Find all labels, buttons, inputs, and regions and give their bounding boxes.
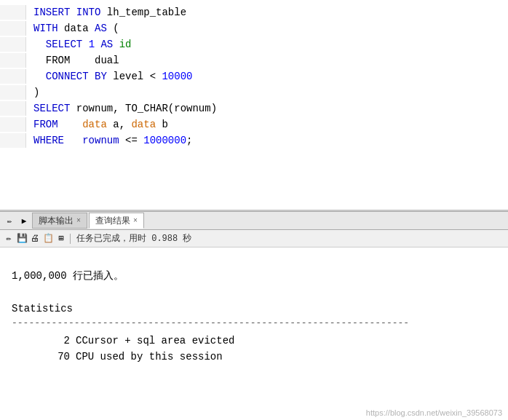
line-number xyxy=(0,101,26,116)
output-spacer xyxy=(12,256,496,268)
code-token: AS xyxy=(95,23,107,34)
code-content: WITH data AS ( xyxy=(26,21,119,36)
code-token: WITH xyxy=(33,23,64,34)
stats-title: Statistics xyxy=(12,303,496,314)
line-number xyxy=(0,53,26,68)
code-token: data xyxy=(82,119,113,130)
stats-number: 2 xyxy=(12,333,70,349)
stats-description: CCursor + sql area evicted xyxy=(76,333,234,349)
code-line: CONNECT BY level < 10000 xyxy=(0,68,508,84)
edit-tab-icon[interactable]: ✏️ xyxy=(3,214,16,227)
code-token: < xyxy=(150,71,162,82)
copy-icon[interactable]: 📋 xyxy=(42,233,54,245)
line-number xyxy=(0,37,26,52)
stats-number: 70 xyxy=(12,349,70,365)
code-token: 1000000 xyxy=(143,135,186,146)
editor-area: INSERT INTO lh_temp_tableWITH data AS ( … xyxy=(0,0,508,211)
stats-row: 70CPU used by this session xyxy=(12,349,496,365)
code-token: AS xyxy=(100,39,119,50)
code-content: FROM dual xyxy=(26,53,119,68)
code-token: FROM dual xyxy=(33,55,119,66)
save-icon[interactable]: 💾 xyxy=(16,233,28,245)
code-token: a, xyxy=(113,119,131,130)
code-token: 10000 xyxy=(162,71,192,82)
code-content: WHERE rownum <= 1000000; xyxy=(26,133,192,148)
watermark: https://blog.csdn.net/weixin_39568073 xyxy=(366,408,502,417)
code-token: lh_temp_table xyxy=(107,7,186,18)
code-line: SELECT 1 AS id xyxy=(0,36,508,52)
code-line: FROM data a, data b xyxy=(0,116,508,132)
code-token: INSERT INTO xyxy=(33,7,107,18)
code-line: SELECT rownum, TO_CHAR(rownum) xyxy=(0,100,508,116)
line-number xyxy=(0,21,26,36)
code-token: b xyxy=(162,119,167,130)
output-area: 1,000,000 行已插入。 Statistics -------------… xyxy=(0,247,508,373)
table-icon[interactable]: ⊞ xyxy=(55,233,67,245)
code-content: INSERT INTO lh_temp_table xyxy=(26,5,186,20)
line-number xyxy=(0,85,26,100)
run-icon[interactable]: ▶ xyxy=(17,214,31,227)
code-line: ) xyxy=(0,84,508,100)
code-token: BY xyxy=(95,71,113,82)
code-line: INSERT INTO lh_temp_table xyxy=(0,4,508,20)
code-token: data xyxy=(64,23,95,34)
code-line: WHERE rownum <= 1000000; xyxy=(0,132,508,148)
code-token: 1 xyxy=(89,39,101,50)
tab-label: 脚本输出 xyxy=(39,215,74,227)
code-token: CONNECT xyxy=(33,71,95,82)
stats-divider: ----------------------------------------… xyxy=(12,317,496,328)
code-token: FROM xyxy=(33,119,82,130)
code-token: SELECT xyxy=(33,103,76,114)
code-content: SELECT 1 AS id xyxy=(26,37,131,52)
tab-close-icon[interactable]: × xyxy=(133,217,138,225)
code-content: FROM data a, data b xyxy=(26,117,168,132)
tab-item[interactable]: 查询结果× xyxy=(89,213,144,229)
code-token: SELECT xyxy=(33,39,89,50)
tabs-bar: ✏️▶脚本输出×查询结果× xyxy=(0,211,508,230)
toolbar-status: 任务已完成，用时 0.988 秒 xyxy=(76,232,191,245)
code-content: CONNECT BY level < 10000 xyxy=(26,69,192,84)
code-token: rownum, TO_CHAR(rownum) xyxy=(76,103,217,114)
line-number xyxy=(0,69,26,84)
print-icon[interactable]: 🖨 xyxy=(29,233,41,245)
toolbar: ✏️ 💾 🖨 📋 ⊞ 任务已完成，用时 0.988 秒 xyxy=(0,230,508,247)
edit-icon[interactable]: ✏️ xyxy=(3,233,15,245)
code-line: WITH data AS ( xyxy=(0,20,508,36)
tab-label: 查询结果 xyxy=(95,215,130,227)
code-token: WHERE rownum xyxy=(33,135,125,146)
tab-close-icon[interactable]: × xyxy=(76,217,81,225)
stats-description: CPU used by this session xyxy=(76,349,223,365)
output-spacer2 xyxy=(12,284,496,296)
inserted-rows-text: 1,000,000 行已插入。 xyxy=(12,268,496,284)
code-content: SELECT rownum, TO_CHAR(rownum) xyxy=(26,101,217,116)
code-token: ; xyxy=(186,135,192,146)
line-number xyxy=(0,117,26,132)
code-token: ( xyxy=(107,23,119,34)
toolbar-separator xyxy=(70,234,71,244)
line-number xyxy=(0,5,26,20)
code-line: FROM dual xyxy=(0,52,508,68)
code-token: data xyxy=(131,119,162,130)
code-content: ) xyxy=(26,85,39,100)
line-number xyxy=(0,133,26,148)
stats-row: 2CCursor + sql area evicted xyxy=(12,333,496,349)
code-token: id xyxy=(119,39,132,50)
code-token: ) xyxy=(33,87,39,98)
code-token: <= xyxy=(125,135,143,146)
code-token: level xyxy=(113,71,149,82)
tab-item[interactable]: 脚本输出× xyxy=(32,213,87,229)
